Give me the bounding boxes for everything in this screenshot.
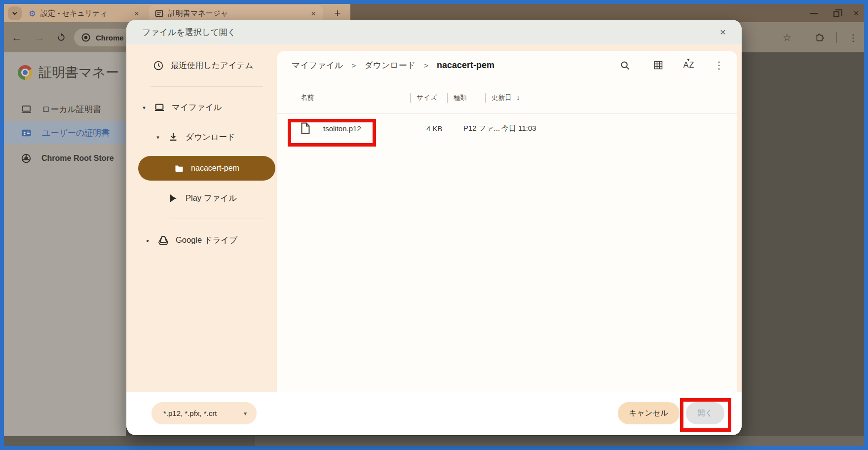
page-title: 証明書マネー — [38, 64, 119, 81]
annotation-box-open-button — [680, 398, 731, 432]
cancel-button[interactable]: キャンセル — [618, 402, 679, 424]
breadcrumb-current-folder: nacacert-pem — [437, 60, 494, 71]
chrome-icon — [81, 33, 91, 42]
sidebar-item-label: ローカル証明書 — [42, 104, 101, 115]
page-bottom-edge-left — [4, 436, 255, 446]
breadcrumb-separator-icon: > — [424, 61, 428, 70]
breadcrumb: マイファイル > ダウンロード > nacacert-pem — [277, 51, 737, 79]
bookmark-star-button[interactable]: ☆ — [780, 30, 794, 45]
window-restore-button[interactable] — [830, 7, 843, 20]
sidebar-item-play-files[interactable]: Play ファイル — [168, 187, 237, 210]
column-header-label: 更新日 — [491, 93, 512, 102]
chevron-right-icon[interactable]: ▸ — [145, 237, 151, 244]
header-divider — [4, 92, 126, 92]
column-header-modified[interactable]: 更新日 ↓ — [485, 93, 737, 103]
grid-view-icon — [653, 60, 663, 70]
browser-menu-button[interactable]: ⋮ — [846, 30, 861, 45]
sort-az-icon: AZ — [683, 61, 694, 70]
close-icon[interactable]: × — [133, 9, 140, 19]
chevron-down-icon[interactable]: ▾ — [141, 105, 147, 111]
dialog-footer: *.p12, *.pfx, *.crt ▾ キャンセル 開く — [126, 392, 742, 435]
toolbar-divider — [836, 32, 837, 43]
restore-icon — [833, 11, 839, 17]
google-drive-icon — [158, 235, 169, 246]
tab-settings-security[interactable]: ⚙ 設定 - セキュリティ × — [23, 5, 146, 22]
column-header-name[interactable]: 名前 — [301, 93, 410, 103]
sidebar-item-label: 最近使用したアイテム — [171, 60, 253, 71]
certificate-manager-header: 証明書マネー — [4, 52, 126, 92]
certificate-manager-panel: 証明書マネー ローカル証明書 ユーザーの証明書 Chrome Root Stor… — [4, 52, 126, 436]
chromeos-window: ⚙ 設定 - セキュリティ × 証明書マネージャ × + × ← → Chrom… — [0, 0, 868, 450]
file-picker-dialog: ファイルを選択して開く × 最近使用したアイテム ▾ マイファイル ▾ ダウンロ… — [126, 20, 742, 435]
file-type-filter-dropdown[interactable]: *.p12, *.pfx, *.crt ▾ — [151, 402, 257, 424]
download-icon — [168, 132, 179, 143]
clock-icon — [153, 60, 164, 71]
reload-button[interactable] — [54, 31, 68, 44]
search-icon — [620, 60, 630, 71]
sort-az-button[interactable]: AZ — [679, 55, 699, 75]
breadcrumb-downloads[interactable]: ダウンロード — [364, 60, 415, 71]
sidebar-item-user-certificates[interactable]: ユーザーの証明書 — [4, 121, 126, 144]
chrome-logo-icon — [18, 65, 33, 80]
file-modified: 今日 11:03 — [485, 124, 737, 133]
sidebar-item-label: ユーザーの証明書 — [42, 127, 110, 139]
url-chip-label: Chrome — [96, 34, 124, 42]
reload-icon — [56, 33, 66, 42]
sidebar-item-label: ダウンロード — [186, 132, 235, 143]
sidebar-item-label: Google ドライブ — [176, 235, 237, 246]
tab-title: 設定 - セキュリティ — [40, 9, 133, 18]
chevron-down-icon[interactable]: ▾ — [155, 134, 161, 141]
breadcrumb-my-files[interactable]: マイファイル — [292, 60, 343, 71]
sort-descending-icon: ↓ — [517, 94, 520, 102]
root-store-icon — [21, 153, 32, 164]
search-button[interactable] — [615, 55, 635, 75]
extensions-puzzle-icon — [815, 33, 825, 43]
dropdown-caret-icon: ▾ — [244, 410, 247, 417]
new-tab-button[interactable]: + — [330, 5, 345, 21]
folder-icon — [174, 163, 184, 173]
column-header-size[interactable]: サイズ — [410, 93, 447, 103]
sidebar-item-chrome-root-store[interactable]: Chrome Root Store — [4, 147, 126, 170]
breadcrumb-separator-icon: > — [351, 61, 356, 70]
more-options-button[interactable]: ⋮ — [709, 55, 729, 75]
window-close-button[interactable]: × — [850, 7, 863, 20]
forward-button[interactable]: → — [33, 31, 46, 44]
file-type-filter-value: *.p12, *.pfx, *.crt — [163, 409, 217, 417]
sidebar-item-downloads[interactable]: ▾ ダウンロード — [155, 126, 235, 149]
file-list-panel: マイファイル > ダウンロード > nacacert-pem AZ ⋮ 名前 サ… — [277, 51, 737, 392]
sidebar-item-label: Play ファイル — [186, 193, 237, 204]
sidebar-divider — [151, 86, 263, 87]
annotation-box-file-row — [288, 119, 376, 147]
sidebar-item-label: マイファイル — [172, 102, 222, 113]
extensions-button[interactable] — [812, 30, 827, 45]
window-minimize-button[interactable] — [807, 7, 820, 20]
play-files-icon — [168, 193, 179, 204]
chevron-down-icon — [11, 10, 18, 17]
certificate-icon — [155, 9, 163, 18]
dialog-right-edge — [737, 51, 742, 392]
dialog-close-button[interactable]: × — [716, 25, 730, 39]
sidebar-item-google-drive[interactable]: ▸ Google ドライブ — [145, 229, 237, 252]
sidebar-item-recent[interactable]: 最近使用したアイテム — [153, 54, 253, 77]
sidebar-item-nacacert-pem-selected[interactable]: nacacert-pem — [138, 156, 275, 181]
sidebar-item-local-certificates[interactable]: ローカル証明書 — [4, 98, 126, 120]
sidebar-item-label: Chrome Root Store — [41, 154, 114, 163]
id-card-icon — [21, 127, 32, 139]
file-type: P12 ファ... — [447, 124, 485, 133]
back-button[interactable]: ← — [10, 31, 24, 44]
grid-view-button[interactable] — [648, 55, 668, 75]
page-bottom-edge — [4, 436, 864, 446]
dialog-title: ファイルを選択して開く — [142, 27, 716, 38]
close-icon[interactable]: × — [310, 9, 317, 19]
dialog-titlebar: ファイルを選択して開く × — [126, 20, 742, 44]
tab-search-button[interactable] — [8, 6, 22, 20]
column-header-type[interactable]: 種類 — [447, 93, 485, 103]
sidebar-item-label: nacacert-pem — [191, 164, 239, 173]
minimize-icon — [810, 13, 818, 14]
file-size: 4 KB — [410, 124, 447, 133]
laptop-icon — [154, 102, 165, 113]
sidebar-divider — [170, 219, 264, 219]
tab-title: 証明書マネージャ — [168, 9, 310, 18]
sidebar-item-my-files[interactable]: ▾ マイファイル — [141, 96, 222, 119]
list-header-row: 名前 サイズ 種類 更新日 ↓ — [277, 88, 737, 108]
